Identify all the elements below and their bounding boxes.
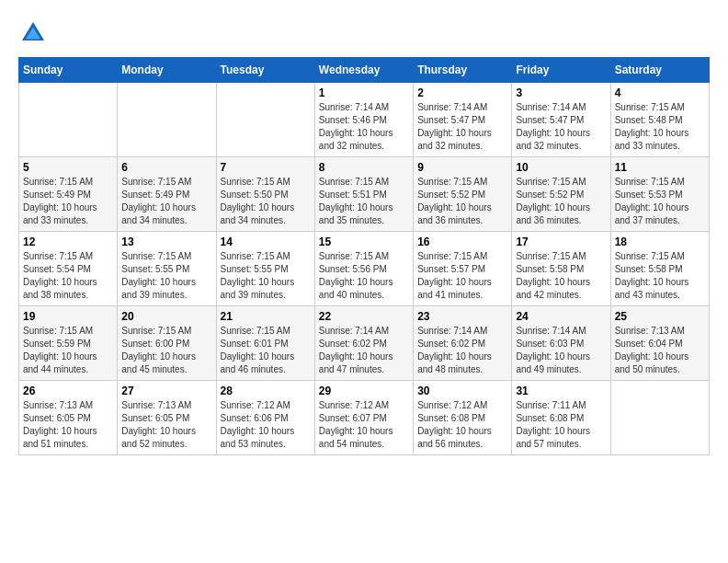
day-info: Sunrise: 7:15 AMSunset: 5:48 PMDaylight:… <box>615 101 705 153</box>
calendar-cell: 5Sunrise: 7:15 AMSunset: 5:49 PMDaylight… <box>19 157 118 232</box>
day-number: 27 <box>121 385 211 397</box>
calendar-cell: 12Sunrise: 7:15 AMSunset: 5:54 PMDayligh… <box>19 232 118 306</box>
day-number: 19 <box>23 310 113 323</box>
calendar-cell: 19Sunrise: 7:15 AMSunset: 5:59 PMDayligh… <box>19 306 118 381</box>
day-info: Sunrise: 7:14 AMSunset: 5:47 PMDaylight:… <box>516 101 606 153</box>
day-info: Sunrise: 7:15 AMSunset: 5:50 PMDaylight:… <box>221 176 311 227</box>
calendar-cell: 1Sunrise: 7:14 AMSunset: 5:46 PMDaylight… <box>314 83 413 157</box>
day-header-saturday: Saturday <box>610 58 709 83</box>
day-info: Sunrise: 7:15 AMSunset: 5:52 PMDaylight:… <box>516 176 606 227</box>
day-number: 16 <box>417 236 507 248</box>
day-number: 2 <box>417 86 507 99</box>
day-info: Sunrise: 7:12 AMSunset: 6:06 PMDaylight:… <box>221 399 311 451</box>
day-number: 9 <box>417 161 507 174</box>
day-header-sunday: Sunday <box>19 58 118 83</box>
day-number: 12 <box>23 236 113 248</box>
week-row-2: 5Sunrise: 7:15 AMSunset: 5:49 PMDaylight… <box>19 157 710 232</box>
calendar-cell: 17Sunrise: 7:15 AMSunset: 5:58 PMDayligh… <box>512 232 610 306</box>
day-number: 22 <box>319 310 409 323</box>
day-info: Sunrise: 7:15 AMSunset: 5:51 PMDaylight:… <box>319 176 409 227</box>
day-number: 24 <box>516 310 606 323</box>
calendar-cell: 3Sunrise: 7:14 AMSunset: 5:47 PMDaylight… <box>512 83 610 157</box>
day-number: 17 <box>516 236 606 248</box>
day-info: Sunrise: 7:15 AMSunset: 6:01 PMDaylight:… <box>221 325 311 376</box>
day-number: 18 <box>615 236 705 248</box>
calendar-cell: 6Sunrise: 7:15 AMSunset: 5:49 PMDaylight… <box>118 157 216 232</box>
day-info: Sunrise: 7:15 AMSunset: 5:57 PMDaylight:… <box>417 250 507 302</box>
calendar-cell: 4Sunrise: 7:15 AMSunset: 5:48 PMDaylight… <box>610 83 709 157</box>
calendar-cell: 10Sunrise: 7:15 AMSunset: 5:52 PMDayligh… <box>512 157 610 232</box>
day-number: 1 <box>319 86 409 99</box>
day-number: 6 <box>121 161 211 174</box>
week-row-4: 19Sunrise: 7:15 AMSunset: 5:59 PMDayligh… <box>19 306 710 381</box>
day-number: 31 <box>516 385 606 397</box>
calendar-cell: 27Sunrise: 7:13 AMSunset: 6:05 PMDayligh… <box>118 381 216 455</box>
calendar-cell <box>610 381 709 455</box>
calendar-cell: 9Sunrise: 7:15 AMSunset: 5:52 PMDaylight… <box>414 157 512 232</box>
day-header-tuesday: Tuesday <box>216 58 314 83</box>
calendar-header-row: SundayMondayTuesdayWednesdayThursdayFrid… <box>19 58 710 83</box>
calendar-cell: 21Sunrise: 7:15 AMSunset: 6:01 PMDayligh… <box>216 306 314 381</box>
week-row-3: 12Sunrise: 7:15 AMSunset: 5:54 PMDayligh… <box>19 232 710 306</box>
day-number: 11 <box>615 161 705 174</box>
day-number: 28 <box>221 385 311 397</box>
logo-icon <box>18 18 48 48</box>
day-number: 23 <box>417 310 507 323</box>
day-number: 20 <box>121 310 211 323</box>
day-info: Sunrise: 7:14 AMSunset: 6:02 PMDaylight:… <box>319 325 409 376</box>
day-number: 26 <box>23 385 113 397</box>
calendar-cell: 8Sunrise: 7:15 AMSunset: 5:51 PMDaylight… <box>314 157 413 232</box>
day-header-thursday: Thursday <box>414 58 512 83</box>
calendar-cell <box>19 83 118 157</box>
day-info: Sunrise: 7:15 AMSunset: 5:56 PMDaylight:… <box>319 250 409 302</box>
day-info: Sunrise: 7:15 AMSunset: 5:55 PMDaylight:… <box>121 250 211 302</box>
day-info: Sunrise: 7:15 AMSunset: 5:53 PMDaylight:… <box>615 176 705 227</box>
day-info: Sunrise: 7:15 AMSunset: 6:00 PMDaylight:… <box>121 325 211 376</box>
day-info: Sunrise: 7:11 AMSunset: 6:08 PMDaylight:… <box>516 399 606 451</box>
day-info: Sunrise: 7:15 AMSunset: 5:54 PMDaylight:… <box>23 250 113 302</box>
day-number: 5 <box>23 161 113 174</box>
calendar-cell: 18Sunrise: 7:15 AMSunset: 5:58 PMDayligh… <box>610 232 709 306</box>
calendar: SundayMondayTuesdayWednesdayThursdayFrid… <box>18 57 710 455</box>
day-number: 10 <box>516 161 606 174</box>
day-number: 8 <box>319 161 409 174</box>
calendar-cell: 28Sunrise: 7:12 AMSunset: 6:06 PMDayligh… <box>216 381 314 455</box>
day-number: 7 <box>221 161 311 174</box>
calendar-cell <box>118 83 216 157</box>
calendar-cell: 30Sunrise: 7:12 AMSunset: 6:08 PMDayligh… <box>414 381 512 455</box>
day-info: Sunrise: 7:13 AMSunset: 6:05 PMDaylight:… <box>121 399 211 451</box>
day-info: Sunrise: 7:12 AMSunset: 6:07 PMDaylight:… <box>319 399 409 451</box>
day-number: 30 <box>417 385 507 397</box>
calendar-cell <box>216 83 314 157</box>
calendar-cell: 24Sunrise: 7:14 AMSunset: 6:03 PMDayligh… <box>512 306 610 381</box>
calendar-cell: 26Sunrise: 7:13 AMSunset: 6:05 PMDayligh… <box>19 381 118 455</box>
calendar-cell: 11Sunrise: 7:15 AMSunset: 5:53 PMDayligh… <box>610 157 709 232</box>
day-number: 25 <box>615 310 705 323</box>
day-info: Sunrise: 7:15 AMSunset: 5:58 PMDaylight:… <box>615 250 705 302</box>
day-header-monday: Monday <box>118 58 216 83</box>
calendar-cell: 16Sunrise: 7:15 AMSunset: 5:57 PMDayligh… <box>414 232 512 306</box>
day-number: 13 <box>121 236 211 248</box>
calendar-cell: 25Sunrise: 7:13 AMSunset: 6:04 PMDayligh… <box>610 306 709 381</box>
calendar-cell: 31Sunrise: 7:11 AMSunset: 6:08 PMDayligh… <box>512 381 610 455</box>
day-info: Sunrise: 7:15 AMSunset: 5:59 PMDaylight:… <box>23 325 113 376</box>
calendar-cell: 2Sunrise: 7:14 AMSunset: 5:47 PMDaylight… <box>414 83 512 157</box>
day-info: Sunrise: 7:15 AMSunset: 5:58 PMDaylight:… <box>516 250 606 302</box>
week-row-5: 26Sunrise: 7:13 AMSunset: 6:05 PMDayligh… <box>19 381 710 455</box>
week-row-1: 1Sunrise: 7:14 AMSunset: 5:46 PMDaylight… <box>19 83 710 157</box>
day-info: Sunrise: 7:15 AMSunset: 5:55 PMDaylight:… <box>221 250 311 302</box>
day-info: Sunrise: 7:14 AMSunset: 5:46 PMDaylight:… <box>319 101 409 153</box>
logo <box>18 18 51 48</box>
page-header <box>18 18 710 48</box>
day-info: Sunrise: 7:13 AMSunset: 6:04 PMDaylight:… <box>615 325 705 376</box>
calendar-cell: 29Sunrise: 7:12 AMSunset: 6:07 PMDayligh… <box>314 381 413 455</box>
day-header-friday: Friday <box>512 58 610 83</box>
day-info: Sunrise: 7:13 AMSunset: 6:05 PMDaylight:… <box>23 399 113 451</box>
day-number: 4 <box>615 86 705 99</box>
calendar-cell: 7Sunrise: 7:15 AMSunset: 5:50 PMDaylight… <box>216 157 314 232</box>
day-info: Sunrise: 7:12 AMSunset: 6:08 PMDaylight:… <box>417 399 507 451</box>
day-number: 21 <box>221 310 311 323</box>
day-info: Sunrise: 7:14 AMSunset: 5:47 PMDaylight:… <box>417 101 507 153</box>
day-info: Sunrise: 7:14 AMSunset: 6:03 PMDaylight:… <box>516 325 606 376</box>
day-number: 14 <box>221 236 311 248</box>
